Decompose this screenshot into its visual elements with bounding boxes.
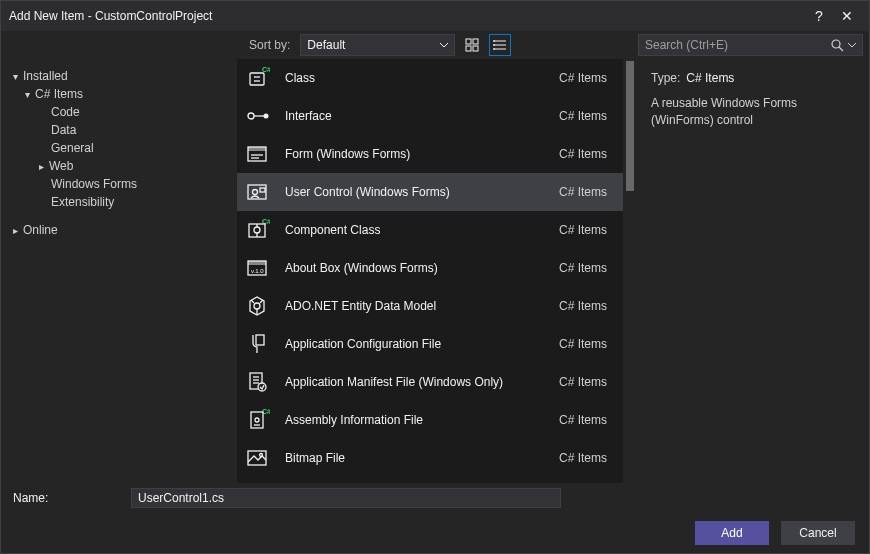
category-tree[interactable]: ▾ Installed ▾ C# Items Code Data General… xyxy=(1,59,237,483)
sort-dropdown[interactable]: Default xyxy=(300,34,455,56)
tree-node-installed[interactable]: ▾ Installed xyxy=(7,67,231,85)
ado-icon xyxy=(243,292,271,320)
search-dropdown-icon xyxy=(848,41,856,49)
item-name: About Box (Windows Forms) xyxy=(285,261,559,275)
chevron-down-icon xyxy=(440,41,448,49)
item-name: User Control (Windows Forms) xyxy=(285,185,559,199)
scrollbar-thumb[interactable] xyxy=(626,61,634,191)
assembly-icon: C# xyxy=(243,406,271,434)
main-area: ▾ Installed ▾ C# Items Code Data General… xyxy=(1,59,869,483)
sort-value: Default xyxy=(307,38,345,52)
interface-icon xyxy=(243,102,271,130)
name-label: Name: xyxy=(13,491,131,505)
svg-point-7 xyxy=(494,41,495,42)
svg-line-36 xyxy=(260,300,263,303)
list-item[interactable]: User Control (Windows Forms)C# Items xyxy=(237,173,623,211)
form-icon xyxy=(243,140,271,168)
toolbar: Sort by: Default Searc xyxy=(1,31,869,59)
bitmap-icon xyxy=(243,444,271,472)
list-item[interactable]: C#Assembly Information FileC# Items xyxy=(237,401,623,439)
list-item[interactable]: Form (Windows Forms)C# Items xyxy=(237,135,623,173)
scrollbar[interactable] xyxy=(623,59,637,483)
svg-rect-0 xyxy=(466,39,471,44)
list-item[interactable]: v.1.0About Box (Windows Forms)C# Items xyxy=(237,249,623,287)
svg-rect-20 xyxy=(248,147,266,151)
svg-rect-25 xyxy=(260,188,265,192)
item-category: C# Items xyxy=(559,261,613,275)
help-button[interactable]: ? xyxy=(805,1,833,31)
template-list[interactable]: C#ClassC# ItemsInterfaceC# ItemsForm (Wi… xyxy=(237,59,623,483)
sort-label: Sort by: xyxy=(249,38,294,52)
tree-node-csitems[interactable]: ▾ C# Items xyxy=(7,85,231,103)
tree-node-web[interactable]: ▸ Web xyxy=(7,157,231,175)
manifest-icon xyxy=(243,368,271,396)
tree-node-data[interactable]: Data xyxy=(7,121,231,139)
svg-rect-1 xyxy=(473,39,478,44)
search-icon xyxy=(830,38,844,52)
svg-text:v.1.0: v.1.0 xyxy=(251,268,264,274)
view-list-button[interactable] xyxy=(489,34,511,56)
item-category: C# Items xyxy=(559,375,613,389)
item-name: Assembly Information File xyxy=(285,413,559,427)
item-name: Application Manifest File (Windows Only) xyxy=(285,375,559,389)
item-name: Application Configuration File xyxy=(285,337,559,351)
item-category: C# Items xyxy=(559,451,613,465)
type-value: C# Items xyxy=(686,71,734,85)
search-placeholder: Search (Ctrl+E) xyxy=(645,38,830,52)
add-button[interactable]: Add xyxy=(695,521,769,545)
list-item[interactable]: Application Configuration FileC# Items xyxy=(237,325,623,363)
tree-node-winforms[interactable]: Windows Forms xyxy=(7,175,231,193)
item-category: C# Items xyxy=(559,109,613,123)
list-icon xyxy=(493,38,507,52)
details-pane: Type: C# Items A reusable Windows Forms … xyxy=(637,59,869,483)
view-grid-button[interactable] xyxy=(461,34,483,56)
search-input[interactable]: Search (Ctrl+E) xyxy=(638,34,863,56)
item-category: C# Items xyxy=(559,413,613,427)
list-item[interactable]: ADO.NET Entity Data ModelC# Items xyxy=(237,287,623,325)
tree-node-extensibility[interactable]: Extensibility xyxy=(7,193,231,211)
list-item[interactable]: C#Component ClassC# Items xyxy=(237,211,623,249)
item-name: Class xyxy=(285,71,559,85)
item-name: Bitmap File xyxy=(285,451,559,465)
item-name: Form (Windows Forms) xyxy=(285,147,559,161)
svg-point-18 xyxy=(264,114,269,119)
window-title: Add New Item - CustomControlProject xyxy=(9,9,805,23)
tree-node-online[interactable]: ▸ Online xyxy=(7,221,231,239)
item-category: C# Items xyxy=(559,223,613,237)
svg-line-11 xyxy=(839,47,843,51)
svg-point-10 xyxy=(832,40,840,48)
caret-right-icon: ▸ xyxy=(35,161,47,172)
svg-point-9 xyxy=(494,49,495,50)
type-label: Type: xyxy=(651,71,680,85)
name-bar: Name: xyxy=(1,483,869,513)
item-name: ADO.NET Entity Data Model xyxy=(285,299,559,313)
svg-point-46 xyxy=(255,418,259,422)
svg-text:C#: C# xyxy=(262,66,270,73)
grid-icon xyxy=(465,38,479,52)
config-icon xyxy=(243,330,271,358)
close-icon: ✕ xyxy=(841,8,853,24)
item-category: C# Items xyxy=(559,147,613,161)
item-category: C# Items xyxy=(559,185,613,199)
list-item[interactable]: InterfaceC# Items xyxy=(237,97,623,135)
svg-rect-38 xyxy=(256,335,264,345)
usercontrol-icon xyxy=(243,178,271,206)
tree-node-code[interactable]: Code xyxy=(7,103,231,121)
item-category: C# Items xyxy=(559,337,613,351)
item-category: C# Items xyxy=(559,71,613,85)
component-icon: C# xyxy=(243,216,271,244)
tree-node-general[interactable]: General xyxy=(7,139,231,157)
list-item[interactable]: Application Manifest File (Windows Only)… xyxy=(237,363,623,401)
name-input[interactable] xyxy=(131,488,561,508)
svg-rect-32 xyxy=(248,261,266,265)
close-button[interactable]: ✕ xyxy=(833,1,861,31)
button-bar: Add Cancel xyxy=(1,513,869,553)
svg-rect-13 xyxy=(250,73,264,85)
list-item[interactable]: C#ClassC# Items xyxy=(237,59,623,97)
cancel-button[interactable]: Cancel xyxy=(781,521,855,545)
item-name: Interface xyxy=(285,109,559,123)
item-name: Component Class xyxy=(285,223,559,237)
list-item[interactable]: Bitmap FileC# Items xyxy=(237,439,623,477)
svg-point-34 xyxy=(254,303,260,309)
svg-rect-2 xyxy=(466,46,471,51)
